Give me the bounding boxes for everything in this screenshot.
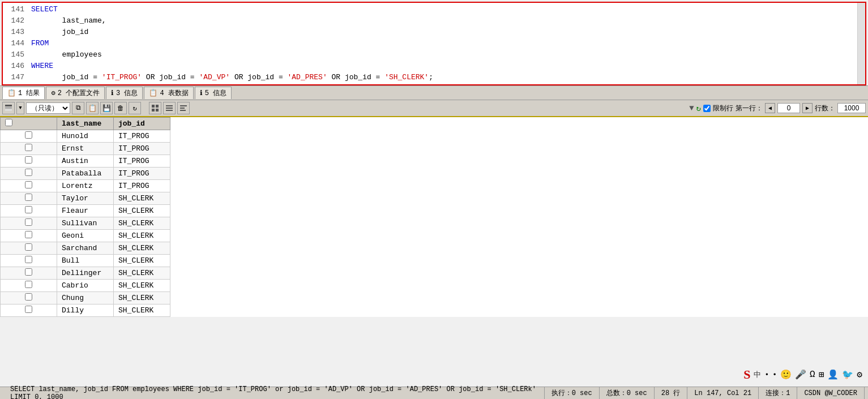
refresh-green-icon[interactable]: ↻ [696, 104, 701, 113]
save-btn[interactable]: 💾 [100, 102, 113, 114]
exec-label: 执行： [551, 388, 572, 398]
row-checkbox[interactable] [1, 168, 57, 180]
copy-btn[interactable]: ⧉ [72, 102, 84, 114]
first-row-input[interactable] [777, 103, 800, 113]
row-checkbox[interactable] [1, 230, 57, 242]
row-checkbox[interactable] [1, 192, 57, 205]
tab-label-info1: 3 信息 [116, 88, 138, 98]
line-content[interactable]: last_name, [31, 15, 857, 27]
table-row[interactable]: DellingerSH_CLERK [1, 267, 170, 280]
tab-info1[interactable]: ℹ3 信息 [106, 87, 143, 99]
svg-rect-6 [156, 109, 159, 111]
cell-last_name: Ernst [57, 143, 114, 155]
line-number: 141 [3, 4, 31, 15]
paste-btn[interactable]: 📋 [86, 102, 99, 114]
cell-job_id: SH_CLERK [114, 242, 170, 255]
exec-value: 0 sec [572, 389, 592, 397]
row-checkbox[interactable] [1, 143, 57, 155]
limit-checkbox[interactable] [703, 105, 711, 112]
prev-page-btn[interactable]: ◀ [765, 103, 775, 113]
table-row[interactable]: CabrioSH_CLERK [1, 280, 170, 292]
result-toolbar: ▼ （只读） ⧉ 📋 💾 🗑 ↻ ▼ ↻ 限制行 第一行： ◀ [0, 100, 868, 117]
filter-icon: ▼ [689, 104, 694, 113]
row-checkbox[interactable] [1, 217, 57, 230]
sql-editor[interactable]: 141SELECT142 last_name,143 job_id144FROM… [2, 2, 866, 85]
sql-line: 144FROM [3, 38, 857, 49]
view-dropdown-btn[interactable]: ▼ [16, 102, 24, 114]
line-content[interactable]: WHERE [31, 61, 857, 72]
table-row[interactable]: SullivanSH_CLERK [1, 217, 170, 230]
row-checkbox[interactable] [1, 155, 57, 168]
row-checkbox[interactable] [1, 242, 57, 255]
row-count-input[interactable] [837, 103, 866, 113]
sql-line: 143 job_id [3, 27, 857, 38]
status-conn: 连接： 1 [759, 387, 797, 399]
sql-line: 146WHERE [3, 61, 857, 72]
readonly-select[interactable]: （只读） [26, 102, 70, 114]
first-row-label: 第一行： [736, 104, 763, 113]
row-checkbox[interactable] [1, 180, 57, 192]
row-checkbox[interactable] [1, 292, 57, 304]
col-header-check[interactable] [1, 118, 57, 130]
refresh-btn[interactable]: ↻ [129, 102, 141, 114]
svg-rect-7 [166, 105, 173, 106]
cell-last_name: Austin [57, 155, 114, 168]
sql-line: 145 employees [3, 49, 857, 61]
row-checkbox[interactable] [1, 205, 57, 217]
table-row[interactable]: BullSH_CLERK [1, 255, 170, 267]
rows-value: 28 行 [661, 388, 681, 398]
status-query-text: SELECT last_name, job_id FROM employees … [10, 385, 537, 400]
conn-label: 连接： [766, 388, 786, 398]
editor-scrollbar[interactable] [857, 3, 865, 84]
line-content[interactable]: job_id [31, 27, 857, 38]
table-row[interactable]: LorentzIT_PROG [1, 180, 170, 192]
conn-value: 1 [786, 389, 790, 397]
tab-label-tabledata: 4 表数据 [160, 88, 188, 98]
line-content[interactable]: employees [31, 49, 857, 61]
tab-info2[interactable]: ℹ5 信息 [195, 87, 232, 99]
cell-last_name: Pataballa [57, 168, 114, 180]
cell-job_id: SH_CLERK [114, 267, 170, 280]
table-row[interactable]: PataballaIT_PROG [1, 168, 170, 180]
cell-last_name: Cabrio [57, 280, 114, 292]
table-icon-btn[interactable] [2, 102, 15, 114]
line-content[interactable]: SELECT [31, 4, 857, 15]
tab-icon-info2: ℹ [200, 89, 203, 97]
table-row[interactable]: FleaurSH_CLERK [1, 205, 170, 217]
cell-job_id: IT_PROG [114, 130, 170, 143]
delete-btn[interactable]: 🗑 [114, 102, 127, 114]
table-row[interactable]: ErnstIT_PROG [1, 143, 170, 155]
row-checkbox[interactable] [1, 255, 57, 267]
cell-job_id: IT_PROG [114, 168, 170, 180]
tab-results[interactable]: 📋1 结果 [2, 87, 45, 99]
line-content[interactable]: FROM [31, 38, 857, 49]
table-row[interactable]: HunoldIT_PROG [1, 130, 170, 143]
line-number: 142 [3, 15, 31, 27]
table-row[interactable]: AustinIT_PROG [1, 155, 170, 168]
watermark-mic: 🎤 [795, 369, 806, 380]
total-value: 0 sec [627, 389, 647, 397]
line-content[interactable]: job_id = 'IT_PROG' OR job_id = 'AD_VP' O… [31, 72, 857, 83]
row-count-label: 行数： [815, 104, 835, 113]
watermark-person: 👤 [827, 369, 839, 380]
line-number: 143 [3, 27, 31, 38]
cell-last_name: Chung [57, 292, 114, 304]
row-checkbox[interactable] [1, 304, 57, 317]
next-page-btn[interactable]: ▶ [802, 103, 813, 113]
table-row[interactable]: GeoniSH_CLERK [1, 230, 170, 242]
grid-view-btn[interactable] [149, 102, 161, 114]
row-checkbox[interactable] [1, 130, 57, 143]
row-checkbox[interactable] [1, 267, 57, 280]
cell-job_id: SH_CLERK [114, 280, 170, 292]
tab-config[interactable]: ⚙2 个配置文件 [46, 87, 105, 99]
table-row[interactable]: TaylorSH_CLERK [1, 192, 170, 205]
list-view-btn[interactable] [163, 102, 176, 114]
row-checkbox[interactable] [1, 280, 57, 292]
total-label: 总数： [606, 388, 627, 398]
tab-tabledata[interactable]: 📋4 表数据 [144, 87, 193, 99]
cell-last_name: Hunold [57, 130, 114, 143]
table-row[interactable]: SarchandSH_CLERK [1, 242, 170, 255]
table-row[interactable]: DillySH_CLERK [1, 304, 170, 317]
text-view-btn[interactable] [177, 102, 190, 114]
table-row[interactable]: ChungSH_CLERK [1, 292, 170, 304]
